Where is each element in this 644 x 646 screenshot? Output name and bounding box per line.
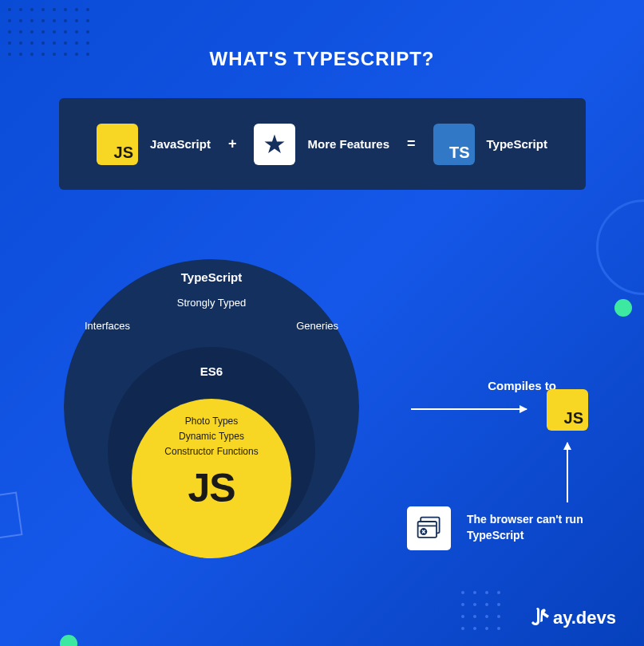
venn-ts-interfaces: Interfaces xyxy=(85,320,130,332)
venn-js-big-label: JS xyxy=(132,465,291,511)
browser-icon xyxy=(407,506,451,550)
venn-es6-title: ES6 xyxy=(108,364,315,378)
venn-js-line: Constructor Functions xyxy=(132,446,291,457)
page-title: WHAT'S TYPESCRIPT? xyxy=(0,0,644,70)
decor-circle-right xyxy=(596,199,644,295)
equation-item-javascript: JS JavaScript xyxy=(97,124,211,165)
equation-box: JS JavaScript + More Features = TS TypeS… xyxy=(59,98,586,190)
decor-square-left xyxy=(0,491,23,541)
venn-circle-js: Photo Types Dynamic Types Constructor Fu… xyxy=(132,399,291,558)
brand-text: ay.devs xyxy=(553,608,616,628)
equation-label: TypeScript xyxy=(487,137,547,151)
arrow-horizontal-icon xyxy=(411,408,527,410)
star-icon xyxy=(254,124,295,165)
plus-operator: + xyxy=(228,136,237,152)
equation-label: More Features xyxy=(307,137,389,151)
decor-green-dot xyxy=(60,635,77,646)
decor-dots-bottom-right xyxy=(461,591,500,630)
venn-diagram: TypeScript Strongly Typed Interfaces Gen… xyxy=(64,259,383,578)
equation-label: JavaScript xyxy=(150,137,211,151)
venn-ts-title: TypeScript xyxy=(64,270,359,284)
equals-operator: = xyxy=(407,136,416,152)
venn-ts-subtitle: Strongly Typed xyxy=(64,297,359,309)
browser-message: The browser can't run TypeScript xyxy=(467,512,587,543)
venn-ts-generics: Generies xyxy=(296,320,338,332)
brand-logo: ay.devs xyxy=(531,606,616,630)
svg-rect-1 xyxy=(417,522,436,538)
js-output-icon: JS xyxy=(547,389,588,431)
js-icon: JS xyxy=(97,124,138,165)
arrow-vertical-icon xyxy=(567,443,568,502)
venn-js-line: Dynamic Types xyxy=(132,431,291,442)
compiles-to-label: Compiles to xyxy=(488,379,556,392)
equation-item-features: More Features xyxy=(254,124,389,165)
decor-dots-top-left xyxy=(8,8,89,56)
venn-js-line: Photo Types xyxy=(132,416,291,427)
decor-green-dot xyxy=(614,299,632,317)
ts-icon: TS xyxy=(433,124,475,165)
equation-item-typescript: TS TypeScript xyxy=(433,124,547,165)
